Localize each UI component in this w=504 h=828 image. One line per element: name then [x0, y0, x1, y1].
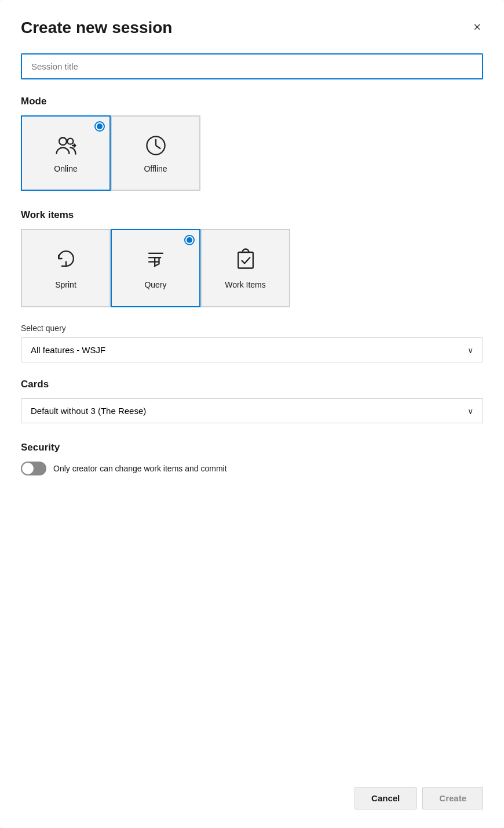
- select-query-section: Select query All features - WSJF ∨: [21, 324, 483, 362]
- security-description: Only creator can change work items and c…: [53, 464, 227, 473]
- select-query-label: Select query: [21, 324, 483, 333]
- sprint-icon: [53, 246, 79, 274]
- query-icon: [143, 246, 169, 274]
- work-items-section: Work items Sprint: [21, 209, 483, 307]
- work-item-query[interactable]: Query: [111, 229, 200, 307]
- svg-point-0: [59, 137, 67, 145]
- security-row: Only creator can change work items and c…: [21, 462, 483, 475]
- cards-section-label: Cards: [21, 379, 483, 390]
- select-query-arrow: ∨: [468, 346, 473, 355]
- dialog-footer: Cancel Create: [21, 768, 483, 809]
- work-items-options-row: Sprint Query: [21, 229, 483, 307]
- online-label: Online: [54, 164, 77, 173]
- query-radio: [184, 235, 195, 245]
- session-title-input[interactable]: [21, 53, 483, 79]
- mode-option-offline[interactable]: Offline: [111, 115, 200, 191]
- cards-section: Cards Default without 3 (The Reese) ∨: [21, 379, 483, 423]
- select-query-value: All features - WSJF: [31, 345, 105, 355]
- cards-value: Default without 3 (The Reese): [31, 406, 146, 416]
- sprint-label: Sprint: [55, 279, 76, 290]
- create-session-dialog: Create new session × Mode: [0, 0, 504, 828]
- svg-point-1: [67, 139, 73, 144]
- work-items-section-label: Work items: [21, 209, 483, 221]
- work-item-workitems[interactable]: Work Items: [200, 229, 290, 307]
- security-toggle[interactable]: [21, 462, 46, 475]
- query-label: Query: [144, 279, 166, 290]
- cards-arrow: ∨: [468, 406, 473, 416]
- svg-line-4: [156, 146, 160, 149]
- security-section: Security Only creator can change work it…: [21, 442, 483, 475]
- toggle-knob: [22, 463, 34, 474]
- offline-icon: [143, 133, 169, 158]
- mode-options-row: Online Offline: [21, 115, 483, 191]
- work-item-sprint[interactable]: Sprint: [21, 229, 111, 307]
- mode-section: Mode Online: [21, 96, 483, 191]
- select-query-dropdown[interactable]: All features - WSJF ∨: [21, 337, 483, 362]
- close-button[interactable]: ×: [471, 19, 483, 36]
- workitems-icon: [233, 246, 258, 274]
- workitems-label: Work Items: [225, 279, 266, 290]
- online-radio: [94, 121, 105, 132]
- cancel-button[interactable]: Cancel: [355, 787, 417, 809]
- dialog-title: Create new session: [21, 19, 172, 37]
- dialog-header: Create new session ×: [21, 19, 483, 37]
- cards-dropdown[interactable]: Default without 3 (The Reese) ∨: [21, 398, 483, 423]
- svg-rect-8: [238, 252, 253, 268]
- mode-section-label: Mode: [21, 96, 483, 107]
- security-label: Security: [21, 442, 483, 453]
- offline-label: Offline: [144, 164, 167, 173]
- mode-option-online[interactable]: Online: [21, 115, 111, 191]
- online-icon: [53, 133, 79, 158]
- create-button[interactable]: Create: [422, 787, 483, 809]
